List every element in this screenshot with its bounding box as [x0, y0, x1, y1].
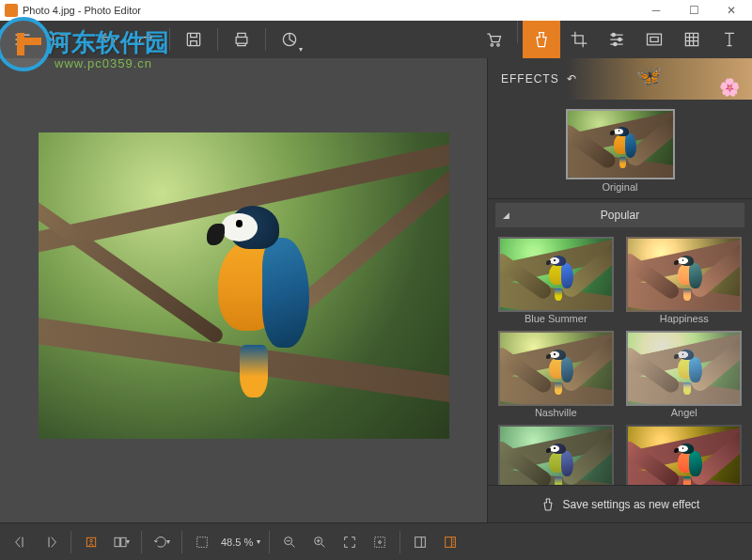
cart-button[interactable]: [475, 21, 512, 58]
crop-tab[interactable]: [560, 21, 598, 58]
svg-point-3: [491, 44, 494, 47]
texture-tab[interactable]: [673, 21, 711, 58]
svg-rect-0: [187, 33, 199, 45]
adjust-tab[interactable]: [598, 21, 635, 58]
effect-thumb-angel[interactable]: [626, 331, 742, 406]
save-effect-button[interactable]: Save settings as new effect: [488, 485, 752, 522]
svg-point-6: [619, 38, 621, 40]
text-tab[interactable]: [711, 21, 748, 58]
zoom-in-button[interactable]: [305, 527, 335, 557]
effect-label: Angel: [671, 407, 697, 418]
svg-point-18: [379, 540, 382, 543]
zoom-out-button[interactable]: [274, 527, 305, 557]
statusbar: ▾ ▾ 48.5 %▾: [0, 522, 752, 560]
close-button[interactable]: ✕: [713, 0, 750, 21]
effects-grid: Blue Summer Happiness Nashville Angel Bl…: [488, 231, 752, 485]
canvas-area[interactable]: [0, 58, 487, 522]
minimize-button[interactable]: ─: [637, 0, 675, 21]
svg-rect-19: [415, 537, 426, 547]
print-button[interactable]: [223, 21, 260, 58]
effect-thumb-blue-wash[interactable]: [498, 425, 614, 485]
maximize-button[interactable]: ☐: [675, 0, 713, 21]
single-view-button[interactable]: [76, 527, 106, 557]
titlebar: Photo 4.jpg - Photo Editor ─ ☐ ✕: [0, 0, 752, 21]
svg-rect-8: [648, 34, 662, 45]
zoom-preset-button[interactable]: [187, 527, 217, 557]
effects-sidebar: EFFECTS ↶ 🦋 🌸 Original ◢ Popular Blue Su…: [487, 58, 752, 522]
effect-thumb-nashville[interactable]: [498, 331, 614, 406]
svg-rect-17: [375, 537, 385, 547]
original-label: Original: [603, 181, 638, 193]
toolbar: ▾: [0, 21, 752, 58]
svg-rect-12: [115, 537, 119, 546]
app-icon: [5, 4, 18, 17]
effects-tab[interactable]: [523, 21, 560, 58]
window-title: Photo 4.jpg - Photo Editor: [23, 5, 637, 16]
rotate-button[interactable]: ▾: [147, 527, 177, 557]
svg-rect-9: [650, 38, 658, 42]
flowers-icon: 🌸: [719, 77, 741, 98]
navigator-button[interactable]: [405, 527, 435, 557]
collapse-icon: ◢: [503, 210, 509, 220]
zoom-value[interactable]: 48.5 %▾: [221, 537, 260, 548]
svg-point-11: [90, 539, 93, 542]
effects-header: EFFECTS ↶ 🦋 🌸: [488, 58, 752, 100]
category-header[interactable]: ◢ Popular: [495, 203, 744, 227]
svg-rect-14: [197, 537, 208, 547]
fit-button[interactable]: [335, 527, 365, 557]
effect-label: Nashville: [535, 407, 577, 418]
redo-button[interactable]: [127, 21, 164, 58]
next-image-button[interactable]: [36, 527, 66, 557]
undo-button[interactable]: [89, 21, 127, 58]
effects-reset-icon[interactable]: ↶: [567, 72, 577, 86]
svg-point-7: [614, 42, 617, 45]
effect-thumb-blue-summer[interactable]: [498, 237, 614, 312]
actual-size-button[interactable]: [365, 527, 395, 557]
save-button[interactable]: [175, 21, 212, 58]
save-effect-label: Save settings as new effect: [563, 498, 700, 511]
svg-point-5: [612, 33, 615, 36]
open-button[interactable]: [41, 21, 79, 58]
effects-label: EFFECTS: [501, 72, 559, 86]
frame-tab[interactable]: [635, 21, 673, 58]
svg-point-4: [497, 44, 500, 47]
prev-image-button[interactable]: [6, 527, 36, 557]
compare-view-button[interactable]: ▾: [106, 527, 136, 557]
effect-thumb-happiness[interactable]: [626, 237, 742, 312]
flask-icon: [540, 497, 556, 512]
panel-toggle-button[interactable]: [435, 527, 465, 557]
photo-preview: [39, 132, 449, 439]
original-thumbnail[interactable]: [566, 109, 675, 179]
menu-button[interactable]: [4, 21, 41, 58]
category-label: Popular: [601, 209, 639, 222]
svg-rect-1: [236, 38, 247, 44]
share-button[interactable]: ▾: [271, 21, 308, 58]
butterfly-icon: 🦋: [636, 64, 663, 88]
effect-label: Blue Summer: [525, 313, 588, 324]
effect-thumb-cross-process[interactable]: [626, 425, 742, 485]
effect-label: Happiness: [660, 313, 709, 324]
